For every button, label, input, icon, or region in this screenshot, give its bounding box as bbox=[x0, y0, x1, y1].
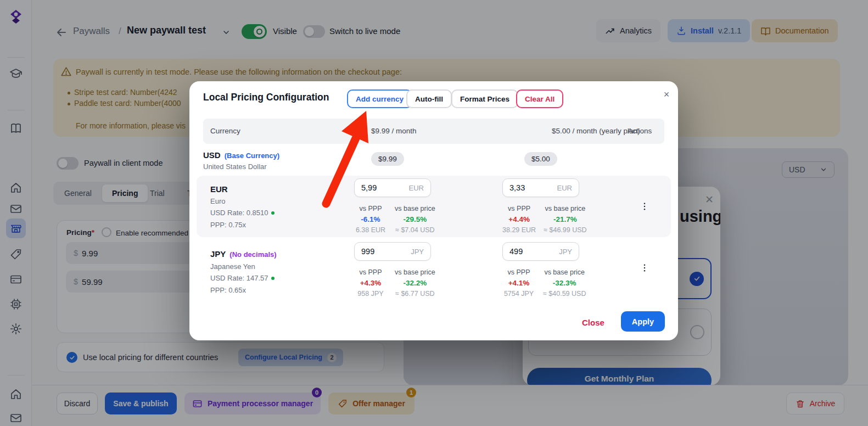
vs-base-stat: vs base price-32.2%≈ $6.77 USD bbox=[395, 268, 435, 298]
jpy-monthly-cell: JPY vs PPP+4.3%958 JPY vs base price-32.… bbox=[354, 242, 458, 261]
currency-suffix: EUR bbox=[557, 184, 572, 192]
currency-suffix: JPY bbox=[559, 248, 572, 256]
table-row-usd: USD(Base Currency) United States Dollar … bbox=[189, 145, 678, 176]
vs-ppp-stat: vs PPP+4.3%958 JPY bbox=[354, 268, 387, 298]
jpy-yearly-input[interactable] bbox=[509, 247, 550, 256]
eur-monthly-cell: EUR vs PPP-6.1%6.38 EUR vs base price-29… bbox=[354, 178, 458, 197]
eur-yearly-cell: EUR vs PPP+4.4%38.29 EUR vs base price-2… bbox=[502, 178, 607, 197]
rate-status-dot bbox=[271, 211, 275, 215]
ppp-rate: PPP: 0.65x bbox=[210, 286, 246, 294]
currency-name: United States Dollar bbox=[203, 162, 267, 171]
modal-close-icon[interactable]: × bbox=[659, 87, 674, 102]
eur-monthly-price-field[interactable]: EUR bbox=[354, 178, 431, 197]
currency-code: JPY(No decimals) bbox=[210, 249, 277, 259]
vs-base-stat: vs base price-21.7%≈ $46.99 USD bbox=[544, 205, 586, 234]
jpy-yearly-cell: JPY vs PPP+4.1%5754 JPY vs base price-32… bbox=[502, 242, 607, 261]
modal-close-button[interactable]: Close bbox=[582, 318, 604, 327]
add-currency-button[interactable]: Add currency bbox=[347, 89, 412, 108]
currency-code: USD(Base Currency) bbox=[203, 150, 279, 160]
jpy-yearly-price-field[interactable]: JPY bbox=[502, 242, 579, 261]
vs-ppp-stat: vs PPP+4.4%38.29 EUR bbox=[502, 205, 536, 234]
app-root: Paywalls / New paywall test Visible Swit… bbox=[0, 0, 868, 426]
vs-ppp-stat: vs PPP+4.1%5754 JPY bbox=[502, 268, 535, 298]
clear-all-button[interactable]: Clear All bbox=[516, 89, 563, 108]
col-currency: Currency bbox=[210, 127, 240, 135]
base-currency-tag: (Base Currency) bbox=[225, 152, 279, 160]
jpy-monthly-input[interactable] bbox=[361, 247, 402, 256]
col-actions: Actions bbox=[628, 127, 652, 135]
currency-suffix: EUR bbox=[409, 184, 424, 192]
table-row-eur: EUR Euro USD Rate: 0.8510 PPP: 0.75x EUR… bbox=[197, 176, 671, 237]
eur-row-menu-icon[interactable] bbox=[640, 200, 653, 213]
eur-yearly-price-field[interactable]: EUR bbox=[502, 178, 579, 197]
currency-name: Japanese Yen bbox=[210, 262, 255, 271]
pricing-table-header: Currency $9.99 / month $5.00 / month (ye… bbox=[203, 119, 664, 144]
auto-fill-button[interactable]: Auto-fill bbox=[406, 89, 452, 108]
usd-monthly-pill: $9.99 bbox=[371, 152, 404, 166]
currency-suffix: JPY bbox=[411, 248, 424, 256]
format-prices-button[interactable]: Format Prices bbox=[451, 89, 518, 108]
jpy-monthly-price-field[interactable]: JPY bbox=[354, 242, 431, 261]
jpy-row-menu-icon[interactable] bbox=[640, 261, 653, 274]
col-monthly: $9.99 / month bbox=[371, 127, 417, 135]
table-row-jpy: JPY(No decimals) Japanese Yen USD Rate: … bbox=[197, 239, 671, 302]
currency-code: EUR bbox=[210, 184, 228, 194]
usd-yearly-pill: $5.00 bbox=[524, 152, 557, 166]
vs-base-stat: vs base price-29.5%≈ $7.04 USD bbox=[395, 205, 435, 234]
currency-name: Euro bbox=[210, 197, 225, 205]
modal-title: Local Pricing Configuration bbox=[203, 92, 329, 103]
col-yearly: $5.00 / month (yearly plan) bbox=[552, 127, 640, 135]
modal-apply-button[interactable]: Apply bbox=[621, 311, 665, 332]
vs-ppp-stat: vs PPP-6.1%6.38 EUR bbox=[354, 205, 387, 234]
usd-rate: USD Rate: 0.8510 bbox=[210, 209, 275, 217]
rate-status-dot bbox=[271, 277, 275, 280]
vs-base-stat: vs base price-32.3%≈ $40.59 USD bbox=[543, 268, 586, 298]
eur-yearly-input[interactable] bbox=[509, 183, 550, 192]
usd-rate: USD Rate: 147.57 bbox=[210, 274, 275, 282]
eur-monthly-input[interactable] bbox=[361, 183, 402, 192]
no-decimals-tag: (No decimals) bbox=[229, 250, 276, 259]
local-pricing-modal: Local Pricing Configuration Add currency… bbox=[189, 81, 678, 340]
ppp-rate: PPP: 0.75x bbox=[210, 221, 246, 229]
